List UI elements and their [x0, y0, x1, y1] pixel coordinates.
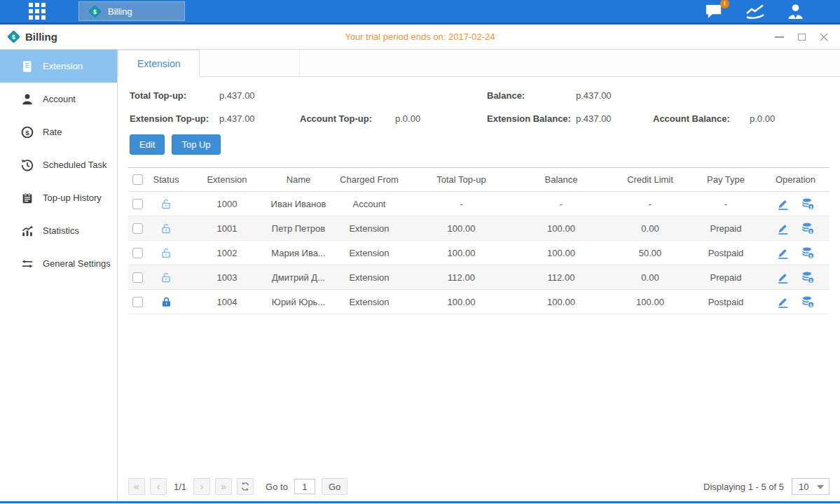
cell-pay-type: Prepaid — [690, 265, 762, 290]
extension-table: StatusExtensionNameCharged FromTotal Top… — [128, 167, 829, 314]
row-checkbox[interactable] — [132, 272, 143, 283]
edit-pencil-icon[interactable] — [776, 197, 790, 211]
svg-text:$: $ — [810, 277, 813, 282]
table-body: 1000Иван ИвановAccount----$1001Петр Петр… — [128, 192, 829, 314]
sidebar-item-statistics[interactable]: Statistics — [0, 214, 117, 247]
row-checkbox[interactable] — [132, 223, 143, 234]
cell-status — [147, 241, 185, 265]
cell-name: Юрий Юрь... — [269, 290, 328, 314]
lock-closed-icon — [147, 296, 185, 308]
close-button[interactable] — [819, 32, 829, 42]
col-header-extension: Extension — [185, 168, 269, 192]
svg-text:$: $ — [810, 228, 813, 233]
lock-open-icon — [147, 223, 185, 234]
cell-charged-from: Extension — [328, 265, 411, 290]
edit-pencil-icon[interactable] — [776, 246, 790, 260]
resource-monitor-icon[interactable] — [745, 3, 766, 20]
page-size-value: 10 — [799, 482, 808, 492]
edit-pencil-icon[interactable] — [776, 295, 790, 309]
cell-status — [147, 192, 185, 216]
col-header-name: Name — [269, 168, 328, 192]
row-checkbox[interactable] — [132, 248, 143, 258]
sidebar-item-account[interactable]: Account — [0, 83, 117, 115]
sidebar-item-top-up-history[interactable]: Top-up History — [0, 181, 117, 214]
prev-page-button[interactable]: ‹ — [150, 478, 167, 495]
page-size-select[interactable]: 10 — [792, 478, 829, 495]
sidebar-item-scheduled-task[interactable]: Scheduled Task — [0, 148, 117, 181]
extension-balance-value: p.437.00 — [576, 113, 653, 124]
cell-credit-limit: - — [610, 192, 690, 216]
topup-coins-icon[interactable]: $ — [801, 246, 815, 260]
sidebar-item-general-settings[interactable]: General Settings — [0, 247, 117, 280]
topup-coins-icon[interactable]: $ — [801, 271, 815, 284]
billing-app-icon: $ — [88, 5, 102, 18]
chevron-down-icon — [817, 485, 824, 489]
svg-text:$: $ — [810, 253, 813, 258]
topup-history-icon — [21, 192, 34, 204]
edit-pencil-icon[interactable] — [776, 271, 790, 284]
col-header-status: Status — [147, 168, 185, 192]
first-page-button[interactable]: « — [128, 478, 145, 495]
cell-credit-limit: 50.00 — [610, 241, 690, 265]
cell-credit-limit: 0.00 — [610, 265, 690, 290]
row-checkbox[interactable] — [132, 199, 143, 209]
table-row[interactable]: 1000Иван ИвановAccount----$ — [128, 192, 829, 216]
topup-coins-icon[interactable]: $ — [801, 295, 815, 309]
select-all-checkbox[interactable] — [132, 174, 143, 185]
goto-page-input[interactable] — [294, 479, 315, 494]
col-header-total-top-up: Total Top-up — [411, 168, 512, 192]
user-account-icon[interactable] — [786, 3, 805, 20]
notifications-icon[interactable]: ! — [704, 3, 724, 20]
edit-pencil-icon[interactable] — [776, 222, 790, 235]
top-up-button[interactable]: Top Up — [172, 134, 220, 155]
minimize-button[interactable] — [774, 32, 784, 42]
cell-charged-from: Extension — [328, 290, 411, 314]
svg-text:$: $ — [810, 204, 813, 209]
cell-extension: 1001 — [185, 216, 269, 241]
table-row[interactable]: 1004Юрий Юрь...Extension100.00100.00100.… — [128, 290, 829, 314]
topbar-tab-label: Billing — [108, 6, 132, 17]
row-checkbox[interactable] — [132, 297, 143, 307]
topbar-right: ! — [704, 3, 805, 20]
topbar-tab-billing[interactable]: $ Billing — [78, 1, 185, 21]
lock-open-icon — [147, 272, 185, 284]
sidebar-item-label: Scheduled Task — [43, 160, 107, 170]
cell-name: Мария Ива... — [269, 241, 328, 265]
cell-checkbox — [128, 265, 147, 290]
table-row[interactable]: 1001Петр ПетровExtension100.00100.000.00… — [128, 216, 829, 241]
tab-extension[interactable]: Extension — [118, 50, 200, 77]
go-button[interactable]: Go — [322, 478, 347, 495]
tab-strip: Extension — [118, 50, 840, 77]
balance-value: p.437.00 — [576, 90, 653, 101]
app-launcher-icon[interactable] — [28, 2, 46, 20]
main-panel: Extension Total Top-up: p.437.00 Extensi… — [118, 50, 840, 501]
refresh-icon[interactable] — [237, 478, 254, 495]
svg-text:$: $ — [810, 302, 813, 307]
topup-coins-icon[interactable]: $ — [801, 222, 815, 235]
balance-label: Balance: — [487, 90, 576, 101]
cell-balance: 100.00 — [512, 216, 610, 241]
trial-notice: Your trial period ends on: 2017-02-24 — [0, 31, 840, 42]
col-header-checkbox — [128, 168, 147, 192]
last-page-button[interactable]: » — [215, 478, 232, 495]
pagination: « ‹ 1/1 › » Go to Go Displaying 1 - 5 of… — [128, 478, 829, 495]
edit-button[interactable]: Edit — [130, 134, 165, 155]
cell-operation: $ — [762, 192, 829, 216]
cell-pay-type: Prepaid — [690, 216, 762, 241]
svg-text:$: $ — [93, 8, 97, 15]
topup-coins-icon[interactable]: $ — [801, 197, 815, 211]
cell-name: Иван Иванов — [269, 192, 328, 216]
next-page-button[interactable]: › — [193, 478, 210, 495]
tab-strip-spacer — [200, 50, 300, 76]
table-row[interactable]: 1002Мария Ива...Extension100.00100.0050.… — [128, 241, 829, 265]
table-header-row: StatusExtensionNameCharged FromTotal Top… — [128, 168, 829, 192]
balance-summary: Balance: p.437.00 Extension Balance: p.4… — [487, 90, 840, 124]
sidebar-item-rate[interactable]: $Rate — [0, 115, 117, 148]
cell-balance: 100.00 — [512, 290, 610, 314]
table-row[interactable]: 1003Дмитрий Д...Extension112.00112.000.0… — [128, 265, 829, 290]
sidebar-item-extension[interactable]: Extension — [0, 50, 117, 83]
action-buttons: Edit Top Up — [118, 124, 840, 155]
maximize-button[interactable] — [797, 32, 806, 42]
billing-diamond-icon: $ — [7, 30, 20, 43]
sidebar-item-label: Account — [43, 94, 76, 104]
